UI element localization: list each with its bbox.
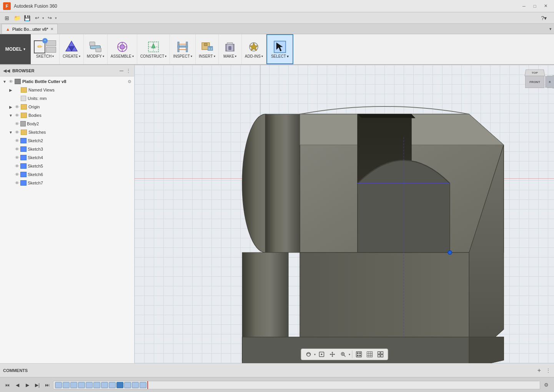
ribbon-group-make[interactable]: MAKE ▾ [219,34,242,64]
root-folder-icon [15,79,21,84]
timeline-item-6[interactable] [93,382,100,388]
timeline-playhead[interactable] [147,381,148,389]
timeline-item-12[interactable] [140,382,146,388]
view-options-btn[interactable] [375,350,385,359]
sketch5-eye[interactable]: 👁 [14,164,20,168]
ribbon-group-select[interactable]: SELECT ▾ [266,34,293,64]
svg-marker-43 [358,114,415,118]
pan-btn[interactable] [327,350,337,359]
ribbon-group-addins[interactable]: ADD-INS ▾ [242,34,266,64]
bodies-arrow[interactable]: ▼ [8,113,14,118]
expand-tab-btn[interactable]: ▾ [547,27,554,32]
tree-bodies[interactable]: ▼ 👁 Bodies [0,111,134,120]
ribbon-group-assemble[interactable]: ASSEMBLE ▾ [108,34,137,64]
tab-close-btn[interactable]: ✕ [50,27,53,31]
browser-panel: ◀◀ BROWSER ─ ⋮ ▼ 👁 Platic Bottle Cutter … [0,65,135,363]
tree-sketch2[interactable]: 👁 Sketch2 [0,136,134,145]
help-btn[interactable]: ?▾ [536,13,552,23]
tree-origin[interactable]: ▶ 👁 Origin [0,103,134,111]
tree-root[interactable]: ▼ 👁 Platic Bottle Cutter v8 ⚙ [0,77,134,86]
timeline-item-2[interactable] [63,382,70,388]
tree-sketch6[interactable]: 👁 Sketch6 [0,170,134,179]
undo-arrow[interactable]: ▾ [42,16,44,20]
timeline-item-7[interactable] [101,382,108,388]
ribbon-group-sketch[interactable]: ✏ + SKETCH ▾ [31,34,60,64]
display-mode-btn[interactable] [354,350,364,359]
grid-btn[interactable]: ⊞ [2,13,12,23]
ribbon-group-construct[interactable]: CONSTRUCT ▾ [137,34,170,64]
save-btn[interactable]: 💾 [22,13,32,23]
tab-item[interactable]: ▲ Platic Bo...utter v8* ✕ [2,24,58,34]
timeline-item-11[interactable] [132,382,139,388]
maximize-button[interactable]: □ [529,2,540,10]
tree-sketch4[interactable]: 👁 Sketch4 [0,153,134,162]
tree-named-views[interactable]: ▶ Named Views [0,86,134,94]
timeline-item-3[interactable] [70,382,77,388]
tree-units[interactable]: Units: mm [0,94,134,103]
addins-icon [247,40,261,53]
timeline-item-9[interactable] [116,382,123,388]
construct-label: CONSTRUCT ▾ [140,54,167,58]
bodies-eye[interactable]: 👁 [14,113,20,118]
svg-rect-73 [378,355,380,357]
sketch5-icon [20,163,27,169]
timeline-settings-btn[interactable]: ⚙ [542,380,551,390]
tree-sketches[interactable]: ▼ 👁 Sketches [0,128,134,136]
sketch6-icon [20,172,27,177]
app-logo: F [3,2,11,10]
zoom-btn[interactable] [338,350,348,359]
timeline-item-4[interactable] [78,382,85,388]
origin-eye[interactable]: 👁 [14,105,20,109]
zoom-dropdown[interactable]: ▾ [349,353,350,356]
timeline-play-btn[interactable]: ▶ [23,381,32,389]
sketch4-eye[interactable]: 👁 [14,155,20,160]
timeline-last-btn[interactable]: ⏭ [43,381,52,389]
minimize-button[interactable]: ─ [519,2,529,10]
grid-display-btn[interactable] [364,350,374,359]
sketch7-eye[interactable]: 👁 [14,181,20,185]
ribbon-group-create[interactable]: CREATE ▾ [60,34,84,64]
timeline-item-5[interactable] [86,382,93,388]
orbit-btn[interactable] [303,350,313,359]
named-views-arrow[interactable]: ▶ [8,88,14,92]
tree-sketch7[interactable]: 👁 Sketch7 [0,179,134,187]
ribbon-group-insert[interactable]: INSERT ▾ [196,34,219,64]
undo-btn[interactable]: ↩ [32,13,42,23]
create-icon [65,40,78,53]
tree-body2[interactable]: 👁 Body2 [0,120,134,128]
timeline-item-10[interactable] [124,382,131,388]
body2-eye[interactable]: 👁 [14,121,20,126]
timeline-first-btn[interactable]: ⏮ [3,381,12,389]
sketch6-eye[interactable]: 👁 [14,172,20,177]
open-btn[interactable]: 📁 [12,13,22,23]
viewcube[interactable]: TOP FRONT R [519,69,550,100]
redo-arrow[interactable]: ▾ [55,16,57,20]
timeline-item-8[interactable] [109,382,116,388]
timeline-prev-btn[interactable]: ◀ [13,381,22,389]
ribbon-mode-button[interactable]: MODEL ▾ [0,34,31,64]
close-button[interactable]: ✕ [540,2,551,10]
origin-arrow[interactable]: ▶ [8,105,14,109]
root-settings-icon[interactable]: ⚙ [126,79,133,84]
browser-nav-back[interactable]: ◀◀ [3,68,10,73]
insert-label: INSERT ▾ [199,54,215,58]
tree-sketch3[interactable]: 👁 Sketch3 [0,145,134,153]
browser-collapse-btn[interactable]: ─ [120,68,123,74]
redo-btn[interactable]: ↪ [45,13,54,23]
tree-sketch5[interactable]: 👁 Sketch5 [0,162,134,170]
sketches-eye[interactable]: 👁 [14,130,20,135]
timeline-item-1[interactable] [55,382,62,388]
root-eye-icon[interactable]: 👁 [8,79,14,84]
sketch3-eye[interactable]: 👁 [14,147,20,151]
viewport[interactable]: TOP FRONT R ▾ [135,65,554,363]
root-collapse-arrow[interactable]: ▼ [2,80,8,84]
comments-add-btn[interactable]: + [537,367,541,374]
orbit-dropdown[interactable]: ▾ [314,353,316,356]
ribbon-group-inspect[interactable]: INSPECT ▾ [170,34,195,64]
timeline-next-btn[interactable]: ▶| [33,381,42,389]
sketch2-eye[interactable]: 👁 [14,138,20,143]
sketches-arrow[interactable]: ▼ [8,130,14,135]
ribbon-group-modify[interactable]: MODIFY ▾ [84,34,108,64]
pan-snap-btn[interactable] [316,350,326,359]
quick-access-toolbar: ⊞ 📁 💾 ↩ ▾ ↪ ▾ ?▾ [0,12,554,24]
